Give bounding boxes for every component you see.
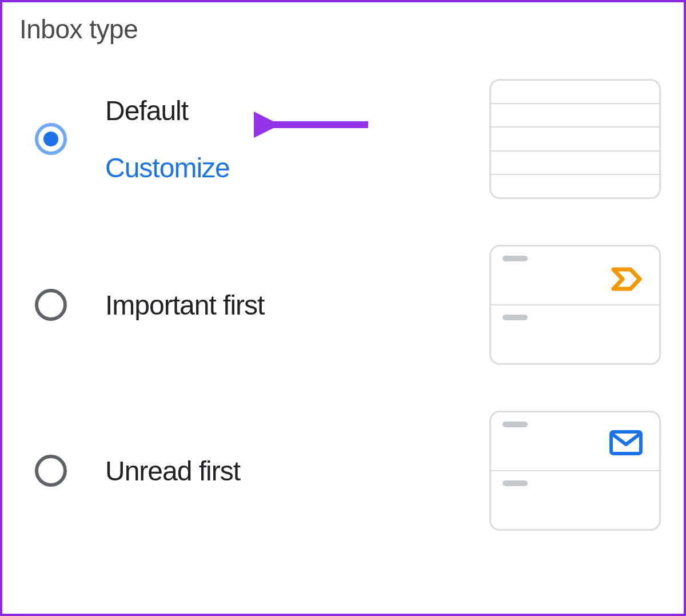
option-label-default: Default	[105, 95, 484, 126]
important-marker-icon	[611, 267, 643, 291]
option-label-important-first: Important first	[105, 289, 484, 321]
option-label-unread-first: Unread first	[105, 455, 484, 487]
preview-unread-first	[489, 411, 661, 531]
radio-default[interactable]	[35, 123, 67, 155]
inbox-type-option-important-first[interactable]: Important first	[19, 245, 667, 365]
preview-important-first	[489, 245, 661, 365]
inbox-type-option-default[interactable]: Default Customize	[19, 79, 667, 199]
section-title: Inbox type	[19, 14, 667, 45]
radio-unread-first[interactable]	[35, 455, 67, 487]
envelope-icon	[609, 430, 643, 456]
customize-link[interactable]: Customize	[105, 152, 484, 184]
inbox-type-option-unread-first[interactable]: Unread first	[19, 411, 667, 531]
radio-important-first[interactable]	[35, 289, 67, 321]
preview-default	[489, 79, 661, 199]
